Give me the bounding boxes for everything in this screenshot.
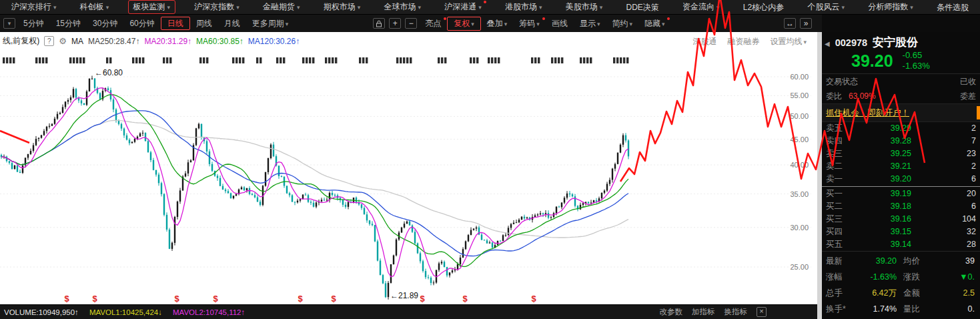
chart-action-button[interactable]: 亮点 <box>419 17 447 29</box>
chart-scrollbar[interactable] <box>817 32 822 319</box>
volume-value-label: VOLUME:10949,950↑ <box>4 308 79 316</box>
gear-icon[interactable]: ⚙ <box>59 36 67 46</box>
menu-item[interactable]: 金融期货 <box>258 1 305 13</box>
period-button[interactable]: 15分钟 <box>50 17 87 29</box>
menu-item[interactable]: DDE决策 <box>622 1 664 13</box>
help-icon[interactable]: ? <box>44 36 54 46</box>
bid-row[interactable]: 买五 39.14 28 <box>822 238 980 251</box>
svg-text:$: $ <box>531 294 536 304</box>
ma-value-label: MA120:30.26↑ <box>248 37 300 46</box>
menu-item[interactable]: 美股市场 <box>561 1 608 13</box>
bid-level-label: 买二 <box>826 200 850 213</box>
menu-item[interactable]: 港股市场 <box>500 1 547 13</box>
chart-action-button[interactable]: 隐藏 <box>638 17 671 30</box>
chart-action-button[interactable]: 复权 <box>447 17 481 31</box>
bid-price: 39.14 <box>850 238 911 251</box>
svg-text:40.00: 40.00 <box>790 161 809 169</box>
period-button[interactable]: 60分钟 <box>123 17 160 29</box>
ask-level-label: 卖一 <box>826 173 850 186</box>
bid-row[interactable]: 买三 39.16 104 <box>822 213 980 226</box>
svg-text:$: $ <box>331 294 336 304</box>
chart-action-button[interactable]: 简约 <box>606 17 638 30</box>
stat-value: 1.74% <box>854 301 897 317</box>
stat-value: 39.20 <box>854 253 897 269</box>
ma-value-label: MA60:30.85↑ <box>196 37 243 46</box>
lock-icon[interactable] <box>373 18 385 29</box>
price-change-percent: -1.63% <box>903 61 930 71</box>
bid-volume: 6 <box>911 200 976 213</box>
stat-label: 金额 <box>897 285 927 301</box>
expand-icon[interactable]: ↔ <box>784 18 796 29</box>
toolbar-dropdown-icon[interactable]: ▾ <box>3 18 15 29</box>
ma-value-label: MA20:31.29↑ <box>144 37 191 46</box>
svg-text:$: $ <box>420 294 425 304</box>
chart-link[interactable]: 融资融券 <box>727 36 759 47</box>
zoom-out-button[interactable]: − <box>405 18 417 29</box>
stat-label: 均价 <box>897 253 927 269</box>
chart-link[interactable]: 设置均线 <box>770 36 807 47</box>
chart-action-button[interactable]: 显示 <box>574 17 606 30</box>
bid-row[interactable]: 买二 39.18 6 <box>822 200 980 213</box>
menu-item[interactable]: 分析师指数 <box>863 1 918 13</box>
banner-link[interactable]: 抓住机会，即刻开户！ <box>826 108 909 117</box>
period-button[interactable]: 周线 <box>190 17 218 29</box>
panel-toggle-icon[interactable]: » <box>800 18 812 29</box>
menu-item[interactable]: 期权市场 <box>319 1 366 13</box>
svg-text:45.00: 45.00 <box>790 135 809 143</box>
chart-action-button[interactable]: 筹码 <box>513 17 546 30</box>
svg-text:50.00: 50.00 <box>790 112 809 120</box>
chart-link[interactable]: 深股通 <box>692 36 716 47</box>
bid-price: 39.16 <box>850 213 911 226</box>
ask-row[interactable]: 卖一 39.20 6 <box>822 173 980 186</box>
menu-item[interactable]: 沪深港通 <box>440 1 486 13</box>
period-button[interactable]: 更多周期 <box>246 17 295 30</box>
bid-volume: 28 <box>911 238 976 251</box>
open-account-banner[interactable]: 抓住机会，即刻开户！ <box>822 103 980 122</box>
zoom-in-button[interactable]: + <box>389 18 401 29</box>
stat-row: 总手 6.42万 金额 2.5 <box>822 285 980 301</box>
indicator-link[interactable]: 换指标 <box>724 307 748 317</box>
indicator-link[interactable]: 改参数 <box>660 307 683 317</box>
ask-row[interactable]: 卖三 39.25 23 <box>822 147 980 160</box>
chart-action-button[interactable]: 叠加 <box>481 17 514 30</box>
bid-price: 39.15 <box>850 226 911 238</box>
chart-mode-label: 线,前复权) <box>3 35 39 47</box>
menu-item[interactable]: 个股风云 <box>803 1 849 13</box>
period-button[interactable]: 日线 <box>161 17 190 30</box>
close-icon[interactable]: × <box>757 307 767 317</box>
menu-item[interactable]: 资金流向 <box>678 1 724 13</box>
collapse-panel-arrow-icon[interactable]: ◀ <box>825 40 830 47</box>
stat-value: 2.5 <box>927 285 976 301</box>
weibi-row: 委比 63.09% 委差 <box>822 89 980 103</box>
menu-item[interactable]: 科创板 <box>75 1 114 13</box>
candlestick-chart[interactable]: $$$$$$$$$←60.80←21.8960.0055.0050.0045.0… <box>0 32 817 304</box>
bid-row[interactable]: 买一 39.19 20 <box>822 188 980 200</box>
menu-item[interactable]: L2核心内参 <box>739 1 789 13</box>
weicha-label: 委差 <box>960 91 976 102</box>
price-change: -0.65 <box>903 50 930 61</box>
ask-queue: 卖五 39.29 2 卖四 39.28 7 卖三 39.25 23 <box>822 122 980 186</box>
stat-label: 总手 <box>826 285 854 301</box>
period-button[interactable]: 月线 <box>218 17 246 29</box>
ask-row[interactable]: 卖二 39.21 2 <box>822 160 980 173</box>
menu-item[interactable]: 全球市场 <box>380 1 426 13</box>
period-button[interactable]: 30分钟 <box>87 17 123 29</box>
chart-area[interactable]: $$$$$$$$$←60.80←21.8960.0055.0050.0045.0… <box>0 32 817 319</box>
menu-item[interactable]: 条件选股 <box>932 1 973 13</box>
menu-item[interactable]: 沪深京指数 <box>189 1 244 13</box>
ask-volume: 2 <box>911 160 976 173</box>
quote-panel: ◀ 002978 安宁股份 39.20 -0.65 -1.63% 交易状态 已收… <box>822 32 980 319</box>
ask-row[interactable]: 卖四 39.28 7 <box>822 135 980 147</box>
chevron-down-icon: ▾ <box>8 19 11 28</box>
chart-action-button[interactable]: 画线 <box>546 17 574 29</box>
menu-item[interactable]: 沪深京排行 <box>7 1 61 13</box>
menu-item[interactable]: 板块监测 <box>128 0 176 14</box>
ask-level-label: 卖三 <box>826 147 850 160</box>
indicator-link[interactable]: 加指标 <box>692 307 715 317</box>
ask-row[interactable]: 卖五 39.29 2 <box>822 122 980 135</box>
volume-value-label: MAVOL2:10745,112↑ <box>173 308 245 316</box>
trade-status-label: 交易状态 <box>826 76 858 87</box>
period-button[interactable]: 5分钟 <box>17 17 50 29</box>
stat-label: 涨跌 <box>897 269 927 285</box>
bid-row[interactable]: 买四 39.15 32 <box>822 226 980 238</box>
